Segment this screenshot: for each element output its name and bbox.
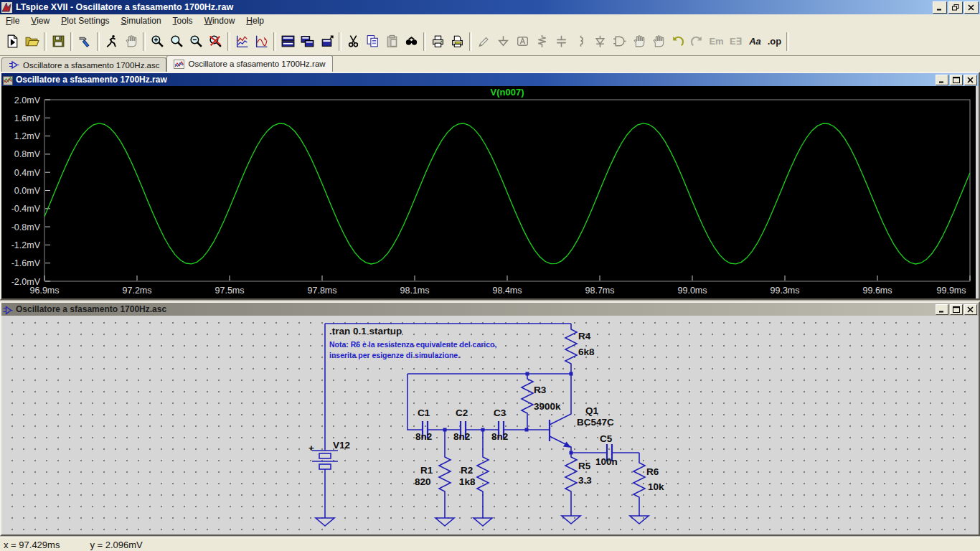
save-button[interactable] (49, 32, 68, 52)
value-r3[interactable]: 3900k (534, 401, 561, 412)
undo-button[interactable] (668, 32, 687, 52)
zoom-full-extents-button[interactable] (167, 32, 187, 52)
tab-bar: Oscillatore a sfasamento 1700Hz.asc Osci… (0, 56, 980, 72)
toolbar: Em E∃ Aa .op (0, 27, 980, 56)
value-q1[interactable]: BC547C (577, 417, 614, 428)
minimize-button[interactable] (933, 1, 947, 14)
open-button[interactable] (22, 32, 42, 52)
tab-schematic[interactable]: Oscillatore a sfasamento 1700Hz.asc (1, 57, 166, 72)
sch-close-button[interactable] (964, 304, 977, 315)
zoom-undo-button[interactable] (206, 32, 225, 52)
plot-settings-button[interactable] (252, 32, 271, 52)
schematic-canvas[interactable]: .tran 0.1 startup Nota: R6 è la resisten… (1, 316, 976, 534)
resistor-r5-symbol[interactable] (565, 453, 577, 516)
note-text-line1[interactable]: Nota: R6 è la resistenza equivalente del… (329, 340, 497, 349)
redo-icon (689, 34, 705, 49)
ground-symbol (473, 518, 492, 526)
trace-v-n007[interactable] (44, 123, 970, 264)
drag-hand-icon (651, 34, 666, 49)
activate-window-button[interactable] (317, 32, 336, 52)
label-c3[interactable]: C3 (494, 408, 507, 418)
autorange-y-button[interactable] (232, 32, 252, 52)
label-r3[interactable]: R3 (534, 385, 547, 395)
zoom-out-button[interactable] (187, 32, 206, 52)
resistor-r4-symbol[interactable] (565, 324, 577, 374)
zoom-out-icon (189, 34, 204, 49)
value-c2[interactable]: 8n2 (453, 431, 470, 442)
label-v12[interactable]: V12 (333, 440, 350, 451)
value-r2[interactable]: 1k8 (459, 476, 476, 487)
value-c1[interactable]: 8n2 (415, 431, 432, 442)
rotate-icon: E∃ (730, 36, 742, 47)
wave-close-button[interactable] (964, 75, 977, 85)
resistor-r1-symbol[interactable] (439, 430, 451, 518)
print-preview-button[interactable] (448, 32, 467, 52)
control-panel-button[interactable] (75, 32, 95, 52)
note-text-line2[interactable]: inserita per esigenze di simulazione. (329, 351, 460, 359)
spice-directive-button[interactable]: .op (765, 32, 784, 52)
net-label-button (513, 32, 532, 52)
value-r6[interactable]: 10k (648, 481, 664, 492)
sch-minimize-button[interactable] (936, 304, 948, 315)
x-tick-label: 97.8ms (308, 286, 337, 296)
label-r4[interactable]: R4 (578, 331, 591, 342)
trace-legend-label[interactable]: V(n007) (491, 87, 524, 98)
hammer-icon (77, 34, 93, 49)
sch-maximize-button[interactable] (950, 304, 963, 315)
label-r2[interactable]: R2 (461, 465, 473, 476)
waveform-window-titlebar[interactable]: Oscillatore a sfasamento 1700Hz.raw (1, 73, 979, 86)
tile-horizontal-button[interactable] (278, 32, 298, 52)
junction-dot (570, 451, 573, 455)
tab-waveform[interactable]: Oscillatore a sfasamento 1700Hz.raw (166, 55, 332, 72)
resistor-r2-symbol[interactable] (477, 430, 489, 518)
menu-window[interactable]: Window (199, 15, 241, 27)
print-button[interactable] (428, 32, 448, 52)
value-r4[interactable]: 6k8 (578, 347, 595, 357)
cascade-windows-button[interactable] (298, 32, 317, 52)
label-r1[interactable]: R1 (420, 465, 433, 476)
title-bar[interactable]: LTspice XVII - Oscillatore a sfasamento … (0, 0, 980, 14)
halt-button (121, 32, 141, 52)
label-c1[interactable]: C1 (418, 408, 430, 418)
label-c5[interactable]: C5 (600, 433, 613, 444)
value-c3[interactable]: 8n2 (491, 431, 508, 442)
battery-v12-symbol[interactable] (312, 451, 338, 469)
value-r5[interactable]: 3.3 (578, 475, 592, 486)
cut-button[interactable] (344, 32, 363, 52)
new-schematic-button[interactable] (3, 32, 22, 52)
transistor-q1-symbol[interactable] (550, 374, 571, 453)
value-c5[interactable]: 100n (595, 456, 618, 467)
copy-button[interactable] (363, 32, 382, 52)
spice-directive-text[interactable]: .tran 0.1 startup (329, 326, 402, 336)
x-tick-label: 98.7ms (585, 286, 615, 296)
menu-view[interactable]: View (25, 15, 55, 27)
menu-help[interactable]: Help (240, 15, 270, 27)
run-button[interactable] (102, 32, 121, 52)
text-button[interactable]: Aa (745, 32, 765, 52)
zoom-in-button[interactable] (148, 32, 167, 52)
menu-simulation[interactable]: Simulation (116, 15, 167, 27)
waveform-plot-area[interactable]: V(n007)2.0mV1.6mV1.2mV0.8mV0.4mV0.0mV-0.… (1, 86, 976, 298)
value-r1[interactable]: 820 (415, 476, 431, 487)
label-q1[interactable]: Q1 (585, 405, 599, 416)
wave-maximize-button[interactable] (950, 75, 963, 85)
wave-minimize-button[interactable] (936, 75, 948, 85)
x-tick-label: 97.5ms (215, 286, 245, 296)
label-c2[interactable]: C2 (456, 408, 468, 418)
close-button[interactable] (964, 1, 979, 14)
resistor-r3-symbol[interactable] (522, 374, 533, 430)
status-x-coordinate: x = 97.429ms (4, 540, 60, 550)
component-button (610, 32, 629, 52)
menu-plot-settings[interactable]: Plot Settings (55, 15, 115, 27)
schematic-window-titlebar[interactable]: Oscillatore a sfasamento 1700Hz.asc (1, 303, 979, 316)
resistor-r6-symbol[interactable] (633, 453, 645, 516)
diode-button (590, 32, 610, 52)
label-r5[interactable]: R5 (578, 461, 591, 471)
restore-button[interactable] (948, 1, 963, 14)
menu-file[interactable]: File (0, 15, 25, 27)
y-tick-label: 0.4mV (14, 168, 41, 178)
find-button[interactable] (402, 32, 421, 52)
label-r6[interactable]: R6 (646, 466, 659, 477)
menu-tools[interactable]: Tools (167, 15, 199, 27)
junction-dot (526, 372, 529, 376)
